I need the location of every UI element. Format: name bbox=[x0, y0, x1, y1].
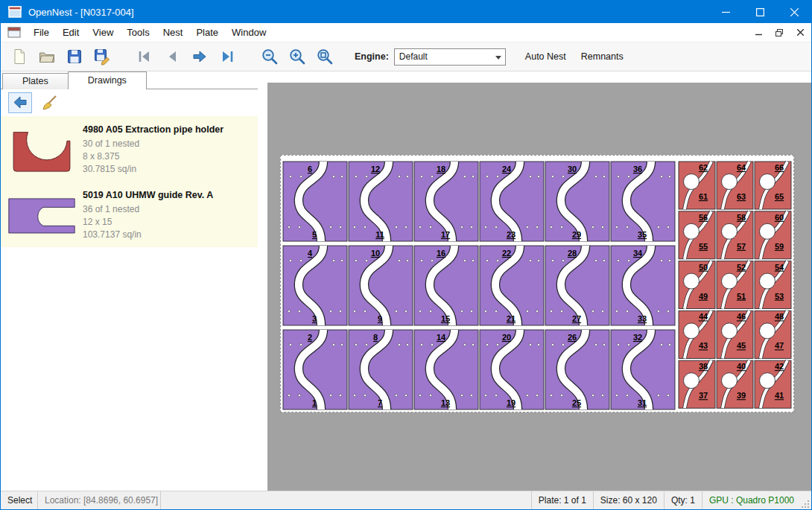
drawings-toolbar bbox=[1, 89, 258, 116]
resize-grip[interactable] bbox=[801, 491, 811, 509]
nested-part-pair-red: 5655 bbox=[679, 211, 715, 259]
import-arrow-icon bbox=[12, 95, 28, 110]
menu-item-tools[interactable]: Tools bbox=[120, 23, 156, 42]
svg-text:15: 15 bbox=[441, 314, 450, 323]
svg-text:12: 12 bbox=[371, 165, 380, 173]
part-area: 30.7815 sq/in bbox=[83, 163, 258, 176]
import-drawing-button[interactable] bbox=[8, 92, 32, 113]
zoom-in-icon bbox=[288, 47, 307, 66]
nested-part-pair-purple: 2423 bbox=[480, 162, 544, 241]
menu-item-plate[interactable]: Plate bbox=[189, 23, 225, 42]
drawing-item-info: 5019 A10 UHMW guide Rev. A 36 of 1 neste… bbox=[83, 188, 258, 241]
nested-part-pair-red: 6665 bbox=[755, 162, 791, 209]
svg-text:31: 31 bbox=[638, 398, 647, 407]
svg-text:41: 41 bbox=[775, 391, 784, 400]
remnants-button[interactable]: Remnants bbox=[574, 45, 631, 68]
zoom-in-button[interactable] bbox=[285, 45, 310, 68]
svg-text:1: 1 bbox=[312, 398, 317, 407]
nesting-canvas[interactable]: 6512111817242330293635431091615222128273… bbox=[267, 83, 811, 491]
mdi-close-icon bbox=[797, 29, 804, 36]
plate-svg[interactable]: 6512111817242330293635431091615222128273… bbox=[280, 155, 794, 412]
svg-text:27: 27 bbox=[572, 314, 581, 323]
svg-text:19: 19 bbox=[507, 398, 516, 407]
panel-tabstrip: Plates Drawings bbox=[1, 71, 258, 89]
menu-item-file[interactable]: File bbox=[27, 23, 56, 42]
minimize-button[interactable] bbox=[708, 1, 743, 23]
mdi-minimize-icon bbox=[755, 29, 762, 36]
tab-drawings[interactable]: Drawings bbox=[68, 71, 147, 89]
status-plate-count: Plate: 1 of 1 bbox=[531, 491, 593, 509]
svg-text:43: 43 bbox=[699, 341, 708, 350]
menu-item-view[interactable]: View bbox=[86, 23, 120, 42]
panel-splitter[interactable] bbox=[258, 71, 267, 491]
svg-text:59: 59 bbox=[775, 242, 784, 251]
close-button[interactable] bbox=[777, 1, 811, 23]
svg-text:14: 14 bbox=[437, 333, 446, 342]
new-button[interactable] bbox=[7, 45, 32, 68]
drawing-list-item-1[interactable]: 4980 A05 Extraction pipe holder 30 of 1 … bbox=[1, 116, 258, 182]
zoom-fit-button[interactable] bbox=[312, 45, 337, 68]
resize-grip-icon bbox=[802, 500, 810, 508]
svg-text:60: 60 bbox=[775, 213, 784, 222]
engine-select[interactable]: Default bbox=[394, 48, 506, 66]
nested-part-pair-purple: 2019 bbox=[480, 330, 544, 409]
drawings-panel: 4980 A05 Extraction pipe holder 30 of 1 … bbox=[1, 89, 258, 491]
status-spacer bbox=[161, 491, 531, 509]
last-plate-button[interactable] bbox=[215, 45, 240, 68]
svg-text:45: 45 bbox=[737, 341, 746, 350]
svg-text:33: 33 bbox=[638, 314, 647, 323]
svg-text:36: 36 bbox=[633, 165, 642, 173]
mdi-minimize-button[interactable] bbox=[749, 25, 768, 41]
svg-text:62: 62 bbox=[699, 163, 708, 172]
save-as-button[interactable] bbox=[89, 45, 115, 68]
svg-text:28: 28 bbox=[568, 249, 577, 258]
clear-drawings-button[interactable] bbox=[38, 92, 62, 113]
svg-text:3: 3 bbox=[312, 314, 317, 323]
mdi-close-button[interactable] bbox=[790, 25, 810, 41]
broom-icon bbox=[42, 95, 58, 111]
open-folder-icon bbox=[38, 48, 56, 66]
next-plate-button[interactable] bbox=[187, 45, 212, 68]
svg-text:16: 16 bbox=[437, 249, 445, 258]
svg-text:51: 51 bbox=[737, 292, 746, 301]
menu-item-window[interactable]: Window bbox=[225, 23, 273, 42]
open-button[interactable] bbox=[34, 45, 60, 68]
first-plate-button[interactable] bbox=[132, 45, 157, 68]
nested-part-pair-purple: 87 bbox=[349, 330, 413, 409]
svg-text:66: 66 bbox=[775, 163, 784, 172]
svg-text:8: 8 bbox=[373, 333, 378, 342]
maximize-button[interactable] bbox=[743, 1, 777, 23]
engine-selected-value: Default bbox=[399, 51, 428, 62]
part-thumbnail-red bbox=[1, 124, 83, 174]
status-qty: Qty: 1 bbox=[664, 491, 702, 509]
nested-part-pair-purple: 1817 bbox=[414, 162, 478, 241]
drawing-list-item-2[interactable]: 5019 A10 UHMW guide Rev. A 36 of 1 neste… bbox=[1, 182, 258, 247]
svg-text:47: 47 bbox=[775, 341, 784, 350]
nested-part-pair-red: 4443 bbox=[679, 310, 715, 358]
auto-nest-button[interactable]: Auto Nest bbox=[518, 45, 574, 68]
nested-part-pair-purple: 1211 bbox=[349, 162, 413, 241]
mdi-restore-button[interactable] bbox=[770, 25, 789, 41]
save-button[interactable] bbox=[62, 45, 87, 68]
svg-text:11: 11 bbox=[375, 230, 384, 239]
previous-plate-button[interactable] bbox=[159, 45, 185, 68]
svg-text:10: 10 bbox=[371, 249, 380, 258]
engine-label: Engine: bbox=[355, 51, 389, 62]
svg-text:37: 37 bbox=[699, 391, 708, 400]
title-bar: OpenNest - [N0317-004] bbox=[1, 1, 811, 23]
zoom-out-icon bbox=[260, 47, 279, 66]
tab-plates[interactable]: Plates bbox=[2, 73, 69, 89]
nested-part-pair-red: 4645 bbox=[717, 310, 753, 358]
part-thumbnail-purple bbox=[1, 193, 83, 236]
nested-part-pair-red: 5049 bbox=[679, 261, 715, 309]
svg-text:55: 55 bbox=[699, 242, 708, 251]
nested-part-pair-red: 6463 bbox=[717, 162, 753, 209]
menu-item-edit[interactable]: Edit bbox=[56, 23, 86, 42]
menu-item-nest[interactable]: Nest bbox=[156, 23, 190, 42]
left-panel: Plates Drawings bbox=[1, 71, 258, 491]
main-area: Plates Drawings bbox=[1, 71, 811, 491]
nested-part-pair-red: 3837 bbox=[679, 360, 715, 408]
svg-text:38: 38 bbox=[699, 362, 708, 371]
nav-last-icon bbox=[218, 48, 236, 66]
zoom-out-button[interactable] bbox=[257, 45, 282, 68]
